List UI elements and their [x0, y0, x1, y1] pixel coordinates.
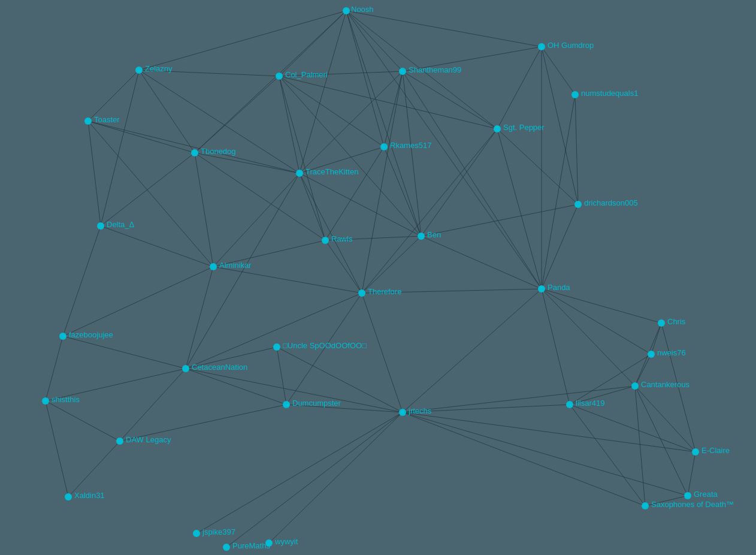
network-graph [0, 0, 756, 555]
